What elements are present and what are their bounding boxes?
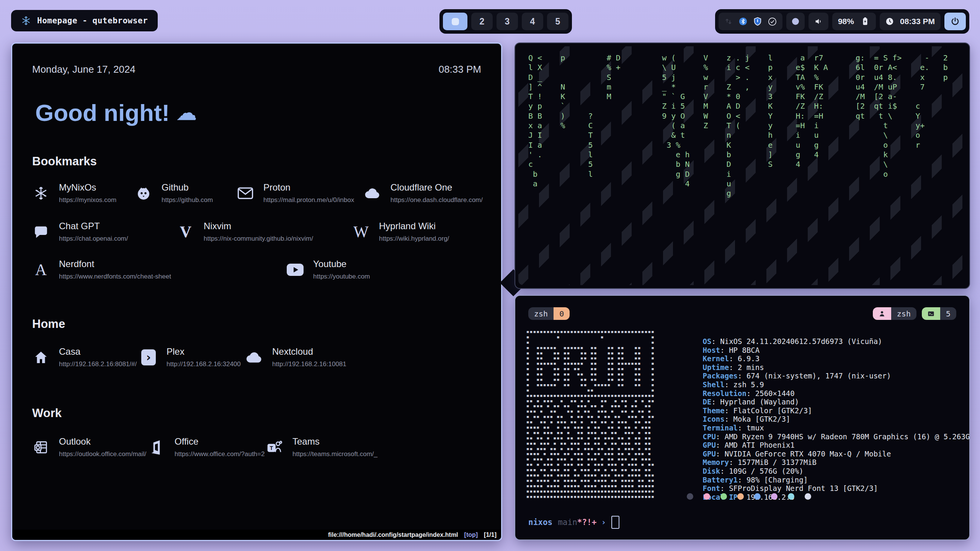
section-title-work: Work (32, 406, 481, 420)
workspace-switcher: 2 3 4 5 (439, 9, 572, 34)
tmux-statusbar: zsh 0 zsh 5 (528, 307, 956, 320)
teams-icon: T (266, 440, 283, 455)
home-plex[interactable]: › Plex http://192.168.2.16:32400 (140, 346, 245, 368)
shield-icon (753, 17, 762, 26)
workspace-button-5[interactable]: 5 (547, 13, 568, 30)
nixos-snowflake-icon (21, 16, 31, 26)
volume-group[interactable] (808, 13, 828, 30)
prompt-git-branch: main (558, 518, 577, 527)
bookmark-hyprland-wiki[interactable]: W Hyprland Wiki https://wiki.hyprland.or… (352, 221, 481, 243)
cloud-moon-icon: ☁ (176, 101, 196, 124)
tmux-pane-pill[interactable]: 5 (922, 307, 956, 320)
palette-dot (720, 493, 727, 500)
battery-icon (860, 17, 870, 26)
envelope-icon (237, 187, 254, 200)
power-icon (951, 17, 960, 26)
bookmark-proton[interactable]: Proton https://mail.proton.me/u/0/inbox (237, 182, 364, 204)
tmux-pane-count: 5 (940, 307, 956, 320)
startpage-time: 08:33 PM (439, 64, 481, 75)
vim-v-icon: V (177, 223, 194, 241)
plex-chevron-icon: › (140, 349, 157, 365)
matrix-terminal-window[interactable]: Q < p # D w ( V z . j l a r7 g: = S f> -… (514, 42, 970, 289)
palette-dot (704, 493, 710, 500)
work-teams[interactable]: T Teams https://teams.microsoft.com/_ (266, 436, 481, 458)
qutebrowser-window: Monday, June 17, 2024 08:33 PM Good nigh… (11, 42, 502, 541)
battery-percent: 98% (838, 17, 854, 26)
bookmark-nerdfont[interactable]: A Nerdfont https://www.nerdfonts.com/che… (32, 259, 286, 280)
person-icon (873, 307, 891, 320)
tmux-user-pill[interactable]: zsh (873, 307, 916, 320)
cloud-icon (245, 351, 263, 364)
home-casa[interactable]: Casa http://192.168.2.16:8081/#/ (32, 346, 140, 368)
statusbar-frame: [top] (464, 531, 478, 538)
matrix-rain-text: Q < p # D w ( V z . j l a r7 g: = S f> -… (528, 53, 962, 198)
workspace-button-1[interactable] (443, 13, 467, 30)
statusbar-counter: [1/1] (484, 531, 497, 538)
speech-bubble-icon (32, 225, 50, 239)
power-button[interactable] (944, 13, 966, 30)
palette-dot (771, 493, 777, 500)
outlook-icon (32, 440, 50, 455)
shell-prompt[interactable]: nixos main *?!+ › (528, 516, 619, 529)
tray-icons-group[interactable] (719, 13, 782, 30)
greeting: Good night! ☁ (35, 99, 481, 126)
tmux-user-label: zsh (891, 307, 916, 320)
palette-dot (687, 493, 693, 500)
clock-icon (885, 17, 894, 26)
workspace-button-3[interactable]: 3 (497, 13, 518, 30)
bookmark-mynixos[interactable]: MyNixOs https://mynixos.com (32, 182, 135, 204)
bookmark-cloudflare-one[interactable]: Cloudflare One https://one.dash.cloudfla… (364, 182, 483, 204)
tmux-session-pill[interactable]: zsh 0 (528, 307, 570, 320)
bookmark-chatgpt[interactable]: Chat GPT https://chat.openai.com/ (32, 221, 177, 243)
tmux-session-name: zsh (528, 307, 554, 320)
home-nextcloud[interactable]: Nextcloud http://192.168.2.16:10081 (245, 346, 481, 368)
bookmark-nixvim[interactable]: V Nixvim https://nix-community.github.io… (177, 221, 352, 243)
office-icon (148, 440, 165, 455)
section-title-home: Home (32, 317, 481, 331)
window-title: Homepage - qutebrowser (37, 16, 148, 25)
svg-text:T: T (270, 445, 273, 451)
fetch-line: OSNixOS 24.11.20240612.57d6973 (Vicuña) (668, 329, 970, 337)
terminal-icon (922, 307, 940, 320)
battery-group[interactable]: 98% (832, 13, 876, 30)
palette-dot (737, 493, 744, 500)
qutebrowser-statusbar: file:///home/hadi/.config/startpage/inde… (12, 530, 501, 540)
section-title-bookmarks: Bookmarks (32, 155, 481, 168)
fastfetch-info: OSNixOS 24.11.20240612.57d6973 (Vicuña) … (668, 329, 970, 493)
startpage-date: Monday, June 17, 2024 (32, 64, 136, 75)
workspace-button-4[interactable]: 4 (522, 13, 543, 30)
network-arrows-icon (724, 17, 733, 26)
prompt-chevron: › (601, 518, 606, 527)
work-outlook[interactable]: Outlook https://outlook.office.com/mail/ (32, 436, 148, 458)
workspace-button-2[interactable]: 2 (471, 13, 493, 30)
active-workspace-glyph (452, 18, 459, 25)
indicator-group[interactable] (786, 13, 805, 30)
greeting-text: Good night! (35, 99, 170, 126)
youtube-play-icon (286, 264, 304, 276)
bruh-ascii-art: ■■■■■■■■■■■■■■■■■■■■■■■■■■■■■■■■■■■■■■■ … (527, 329, 655, 500)
palette-dot (754, 493, 761, 500)
fetch-terminal-window[interactable]: zsh 0 zsh 5 (514, 295, 970, 540)
github-icon (135, 186, 152, 201)
record-dot-icon (792, 18, 799, 25)
check-circle-icon (768, 17, 777, 26)
tmux-window-index: 0 (554, 307, 570, 320)
bluetooth-icon (739, 17, 747, 26)
house-icon (32, 350, 50, 365)
serif-a-icon: A (32, 261, 50, 279)
system-tray: 98% 08:33 PM (715, 9, 969, 34)
terminal-cursor (611, 516, 619, 529)
prompt-host: nixos (528, 518, 552, 527)
statusbar-url: file:///home/hadi/.config/startpage/inde… (328, 531, 458, 538)
bookmark-github[interactable]: Github https://github.com (135, 182, 237, 204)
palette-dot (805, 493, 811, 500)
work-office[interactable]: Office https://www.office.com/?auth=2 (148, 436, 266, 458)
clock-time: 08:33 PM (900, 17, 935, 26)
snowflake-icon (32, 186, 50, 201)
cloud-icon (364, 187, 381, 199)
palette-dot (788, 493, 794, 500)
clock-group[interactable]: 08:33 PM (880, 13, 941, 30)
bookmark-youtube[interactable]: Youtube https://youtube.com (286, 259, 481, 280)
window-title-pill[interactable]: Homepage - qutebrowser (11, 10, 158, 31)
terminal-color-palette (687, 493, 811, 500)
